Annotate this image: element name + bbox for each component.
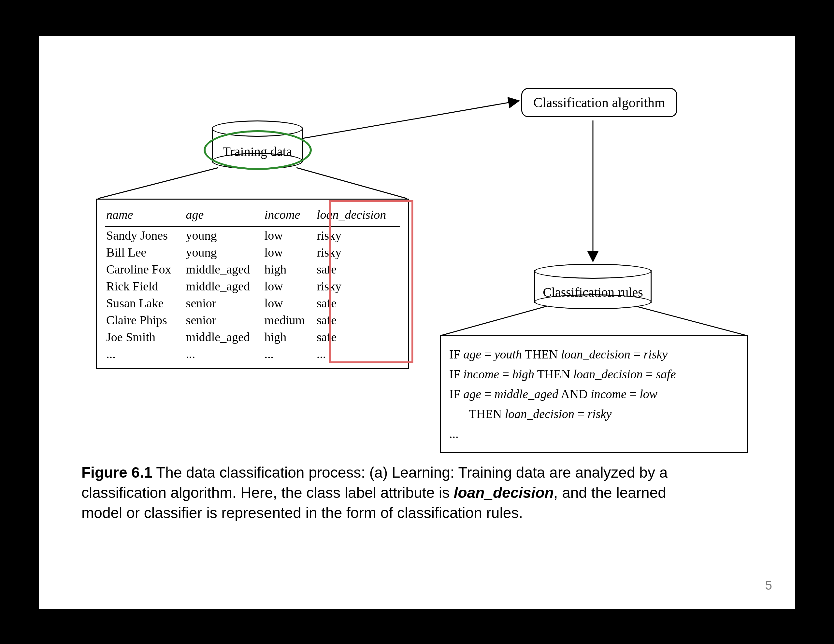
table-cell: low: [263, 278, 315, 295]
table-cell: middle_aged: [185, 329, 263, 345]
classification-rules-cylinder: Classification rules: [534, 264, 651, 309]
table-cell: middle_aged: [185, 278, 263, 295]
caption-keyword: loan_decision: [454, 484, 554, 501]
table-cell: Joe Smith: [105, 329, 185, 345]
table-header: income: [263, 205, 315, 227]
figure-label: Figure 6.1: [81, 464, 152, 481]
table-cell: medium: [263, 312, 315, 329]
table-row: Joe Smithmiddle_agedhighsafe: [105, 329, 400, 345]
table-cell: senior: [185, 312, 263, 329]
training-data-cylinder: Training data: [212, 121, 303, 169]
table-header: name: [105, 205, 185, 227]
page-number: 5: [765, 579, 772, 592]
rule-3: IF age = middle_aged AND income = low: [449, 385, 738, 403]
table-cell: safe: [315, 261, 400, 278]
table-cell: safe: [315, 295, 400, 312]
table-cell: senior: [185, 295, 263, 312]
table-cell: risky: [315, 227, 400, 244]
table-cell: middle_aged: [185, 261, 263, 278]
classification-algorithm-box: Classification algorithm: [521, 88, 677, 117]
svg-line-3: [296, 168, 407, 199]
table-cell: high: [263, 261, 315, 278]
table-cell: ...: [105, 345, 185, 362]
figure-caption: Figure 6.1 The data classification proce…: [81, 462, 677, 523]
table-row: Sandy Jonesyounglowrisky: [105, 227, 400, 244]
svg-line-0: [293, 101, 518, 140]
table-cell: Rick Field: [105, 278, 185, 295]
table-cell: high: [263, 329, 315, 345]
svg-line-2: [98, 168, 218, 199]
table-cell: safe: [315, 329, 400, 345]
table-row: ............: [105, 345, 400, 362]
classification-algorithm-label: Classification algorithm: [533, 95, 665, 110]
table-cell: Caroline Fox: [105, 261, 185, 278]
table-cell: risky: [315, 278, 400, 295]
table-row: Caroline Foxmiddle_agedhighsafe: [105, 261, 400, 278]
table-cell: safe: [315, 312, 400, 329]
table-row: Susan Lakeseniorlowsafe: [105, 295, 400, 312]
table-cell: Claire Phips: [105, 312, 185, 329]
table-cell: low: [263, 244, 315, 261]
table-header: loan_decision: [315, 205, 400, 227]
table-cell: Bill Lee: [105, 244, 185, 261]
svg-line-5: [635, 306, 746, 335]
classification-rules-label: Classification rules: [534, 284, 651, 300]
table-row: Bill Leeyounglowrisky: [105, 244, 400, 261]
classification-rules-box: IF age = youth THEN loan_decision = risk…: [440, 335, 748, 453]
slide: Training data Classification algorithm n…: [39, 36, 795, 609]
diagram-stage: Training data Classification algorithm n…: [39, 36, 795, 609]
rule-1: IF age = youth THEN loan_decision = risk…: [449, 345, 738, 363]
table-cell: ...: [315, 345, 400, 362]
table-cell: low: [263, 227, 315, 244]
table-cell: low: [263, 295, 315, 312]
table-cell: risky: [315, 244, 400, 261]
rule-3-then: THEN loan_decision = risky: [449, 405, 738, 423]
table-cell: ...: [263, 345, 315, 362]
training-data-table: nameageincomeloan_decision Sandy Jonesyo…: [96, 199, 409, 369]
svg-line-4: [441, 306, 547, 335]
table-header: age: [185, 205, 263, 227]
table-cell: Sandy Jones: [105, 227, 185, 244]
table-cell: Susan Lake: [105, 295, 185, 312]
table-row: Rick Fieldmiddle_agedlowrisky: [105, 278, 400, 295]
rules-ellipsis: ...: [449, 425, 738, 443]
training-data-label: Training data: [212, 144, 303, 159]
rule-2: IF income = high THEN loan_decision = sa…: [449, 365, 738, 383]
table-cell: young: [185, 227, 263, 244]
table-row: Claire Phipsseniormediumsafe: [105, 312, 400, 329]
table-cell: ...: [185, 345, 263, 362]
table-cell: young: [185, 244, 263, 261]
